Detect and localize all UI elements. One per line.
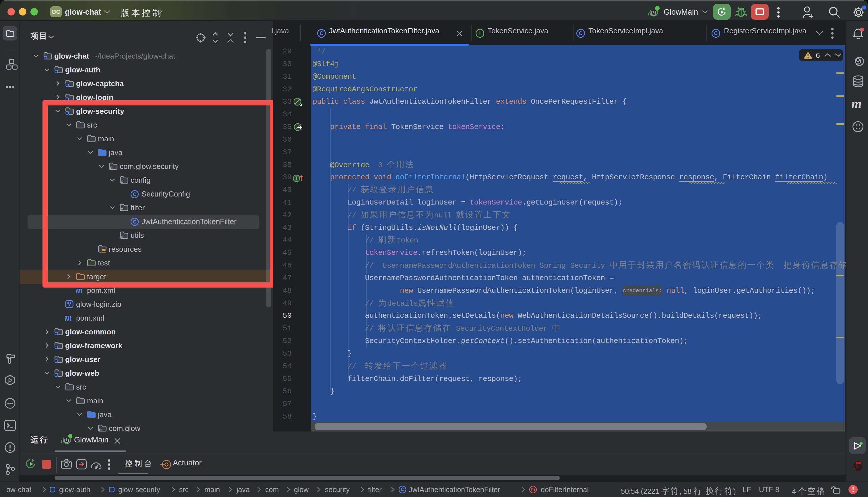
svg-text:I: I: [479, 30, 481, 36]
svg-text:C: C: [320, 30, 323, 36]
svg-text:m: m: [531, 487, 535, 492]
svg-text:C: C: [579, 30, 583, 36]
svg-text:C: C: [714, 30, 718, 36]
svg-text:C: C: [401, 487, 404, 492]
